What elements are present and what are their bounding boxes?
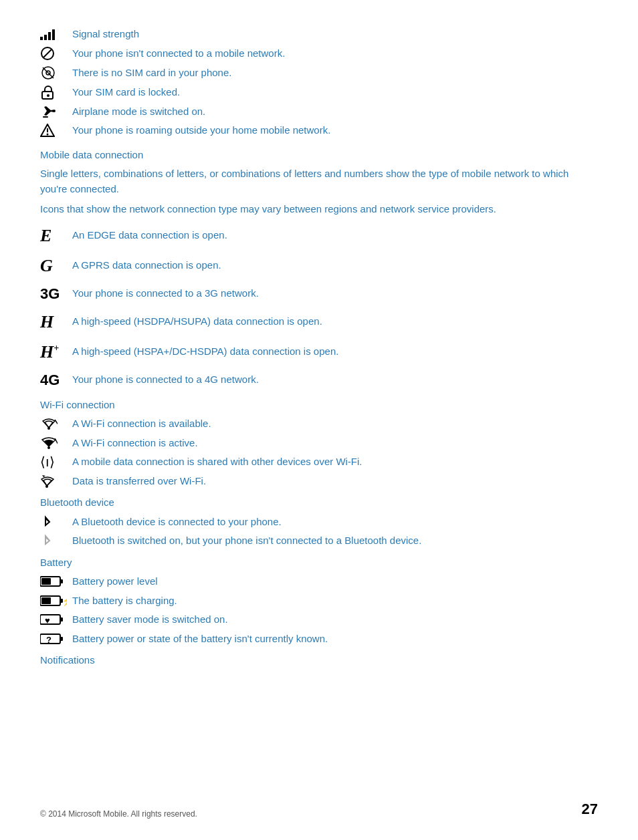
bt-on-text: Bluetooth is switched on, but your phone… [72,533,421,549]
battery-level-text: Battery power level [72,574,158,589]
hspa-text: A high-speed (HSPA+/DC-HSDPA) data conne… [72,344,338,360]
gprs-row: G A GPRS data connection is open. [40,253,598,279]
wifi-share-text: A mobile data connection is shared with … [72,454,362,470]
wifi-share-row: ⟨ı⟩ A mobile data connection is shared w… [40,454,598,470]
edge-icon: E [40,223,72,249]
notifications-heading: Notifications [40,653,598,668]
roaming-icon [40,124,72,137]
battery-charging-row: ⚡ The battery is charging. [40,593,598,609]
svg-line-12 [55,420,58,426]
wifi-active-row: A Wi-Fi connection is active. [40,436,598,451]
mobile-data-desc1: Single letters, combinations of letters,… [40,166,598,196]
airplane-row: Airplane mode is switched on. [40,104,598,120]
svg-point-16 [45,485,48,488]
mobile-data-heading: Mobile data connection [40,148,598,163]
hspa-row: H+ A high-speed (HSPA+/DC-HSDPA) data co… [40,339,598,365]
airplane-icon [40,104,72,119]
svg-rect-25 [40,615,60,624]
edge-text: An EDGE data connection is open. [72,228,227,243]
battery-charging-icon: ⚡ [40,595,72,607]
gprs-icon: G [40,253,72,279]
hsdpa-icon: H [40,309,72,335]
4g-icon: 4G [40,369,72,391]
svg-text:⟨ı⟩: ⟨ı⟩ [40,454,55,469]
battery-unknown-icon: ? [40,633,72,645]
wifi-transfer-text: Data is transferred over Wi-Fi. [72,474,206,489]
3g-text: Your phone is connected to a 3G network. [72,286,259,301]
page-number: 27 [582,798,598,820]
wifi-available-icon [40,416,72,431]
page-footer: © 2014 Microsoft Mobile. All rights rese… [40,798,598,820]
wifi-active-text: A Wi-Fi connection is active. [72,436,198,451]
signal-strength-row: Signal strength [40,27,598,42]
page-content: Signal strength Your phone isn't connect… [40,27,598,726]
mobile-data-desc2: Icons that show the network connection t… [40,202,598,217]
svg-point-6 [47,94,49,97]
3g-icon: 3G [40,283,72,305]
hsdpa-row: H A high-speed (HSDPA/HSUPA) data connec… [40,309,598,335]
bt-connected-text: A Bluetooth device is connected to your … [72,515,282,530]
4g-row: 4G Your phone is connected to a 4G netwo… [40,369,598,391]
bluetooth-heading: Bluetooth device [40,495,598,511]
no-sim-text: There is no SIM card in your phone. [72,65,231,81]
sim-locked-text: Your SIM card is locked. [72,85,180,100]
roaming-text: Your phone is roaming outside your home … [72,123,330,138]
svg-point-10 [47,134,49,136]
battery-level-icon [40,575,72,587]
svg-rect-7 [43,116,48,118]
hspa-icon: H+ [40,339,72,365]
no-network-icon [40,46,72,61]
svg-rect-22 [41,597,51,604]
signal-bars-icon [40,28,72,40]
svg-rect-20 [60,579,63,583]
wifi-share-icon: ⟨ı⟩ [40,454,72,469]
4g-text: Your phone is connected to a 4G network. [72,372,259,388]
wifi-transfer-icon [40,474,72,488]
roaming-row: Your phone is roaming outside your home … [40,123,598,138]
battery-heading: Battery [40,555,598,571]
battery-saver-text: Battery saver mode is switched on. [72,612,228,627]
bt-on-row: Bluetooth is switched on, but your phone… [40,533,598,549]
battery-unknown-row: ? Battery power or state of the battery … [40,632,598,647]
wifi-transfer-row: Data is transferred over Wi-Fi. [40,474,598,489]
svg-point-13 [47,446,50,449]
svg-text:♥: ♥ [45,615,50,625]
no-network-row: Your phone isn't connected to a mobile n… [40,46,598,61]
svg-line-14 [55,438,58,444]
svg-text:⚡: ⚡ [62,595,67,607]
no-sim-icon [40,65,72,81]
svg-rect-30 [60,637,63,641]
svg-rect-19 [41,578,51,585]
svg-line-4 [43,67,54,78]
svg-point-11 [47,427,50,430]
wifi-available-text: A Wi-Fi connection is available. [72,416,211,432]
hsdpa-text: A high-speed (HSDPA/HSUPA) data connecti… [72,314,322,329]
no-sim-row: There is no SIM card in your phone. [40,65,598,81]
gprs-text: A GPRS data connection is open. [72,258,221,273]
svg-rect-27 [60,617,63,621]
bt-connected-icon [40,515,72,529]
bt-connected-row: A Bluetooth device is connected to your … [40,515,598,530]
signal-strength-label: Signal strength [72,27,139,42]
bt-on-icon [40,533,72,548]
svg-line-1 [43,49,51,57]
wifi-heading: Wi-Fi connection [40,398,598,413]
battery-unknown-text: Battery power or state of the battery is… [72,632,328,647]
sim-locked-row: Your SIM card is locked. [40,85,598,100]
no-network-text: Your phone isn't connected to a mobile n… [72,46,285,61]
sim-locked-icon [40,85,72,100]
wifi-available-row: A Wi-Fi connection is available. [40,416,598,432]
3g-row: 3G Your phone is connected to a 3G netwo… [40,283,598,305]
battery-saver-icon: ♥ [40,613,72,625]
wifi-active-icon [40,436,72,450]
battery-saver-row: ♥ Battery saver mode is switched on. [40,612,598,627]
edge-row: E An EDGE data connection is open. [40,223,598,249]
battery-charging-text: The battery is charging. [72,593,177,609]
copyright: © 2014 Microsoft Mobile. All rights rese… [40,808,197,820]
airplane-text: Airplane mode is switched on. [72,104,205,120]
svg-text:?: ? [46,635,51,645]
battery-level-row: Battery power level [40,574,598,589]
